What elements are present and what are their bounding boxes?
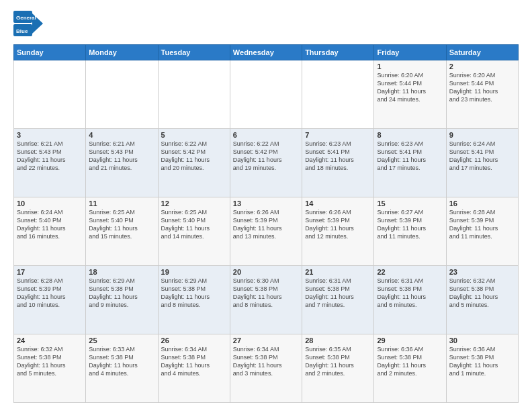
day-info: Sunrise: 6:26 AM Sunset: 5:39 PM Dayligh…	[305, 208, 371, 241]
day-number: 4	[89, 131, 154, 139]
day-info: Sunrise: 6:27 AM Sunset: 5:39 PM Dayligh…	[377, 208, 443, 241]
day-cell	[230, 60, 302, 129]
day-cell: 1Sunrise: 6:20 AM Sunset: 5:44 PM Daylig…	[374, 60, 446, 129]
calendar-table: SundayMondayTuesdayWednesdayThursdayFrid…	[13, 44, 519, 403]
day-info: Sunrise: 6:21 AM Sunset: 5:43 PM Dayligh…	[17, 140, 83, 173]
day-cell: 7Sunrise: 6:23 AM Sunset: 5:41 PM Daylig…	[302, 129, 374, 197]
day-number: 30	[449, 336, 515, 345]
day-number: 10	[17, 199, 83, 208]
day-cell: 11Sunrise: 6:25 AM Sunset: 5:40 PM Dayli…	[86, 197, 158, 266]
day-number: 22	[377, 268, 443, 276]
day-cell: 27Sunrise: 6:34 AM Sunset: 5:38 PM Dayli…	[230, 334, 302, 403]
day-info: Sunrise: 6:30 AM Sunset: 5:38 PM Dayligh…	[233, 277, 299, 310]
day-info: Sunrise: 6:21 AM Sunset: 5:43 PM Dayligh…	[89, 140, 154, 173]
weekday-header-row: SundayMondayTuesdayWednesdayThursdayFrid…	[14, 45, 519, 60]
day-info: Sunrise: 6:25 AM Sunset: 5:40 PM Dayligh…	[161, 208, 227, 241]
day-cell: 17Sunrise: 6:28 AM Sunset: 5:39 PM Dayli…	[14, 266, 86, 334]
day-number: 23	[449, 268, 515, 276]
day-cell: 28Sunrise: 6:35 AM Sunset: 5:38 PM Dayli…	[302, 334, 374, 403]
day-info: Sunrise: 6:20 AM Sunset: 5:44 PM Dayligh…	[377, 71, 443, 104]
day-info: Sunrise: 6:29 AM Sunset: 5:38 PM Dayligh…	[89, 277, 154, 310]
day-info: Sunrise: 6:36 AM Sunset: 5:38 PM Dayligh…	[449, 345, 515, 378]
week-row-5: 24Sunrise: 6:32 AM Sunset: 5:38 PM Dayli…	[14, 334, 519, 403]
day-cell: 6Sunrise: 6:22 AM Sunset: 5:42 PM Daylig…	[230, 129, 302, 197]
calendar-header: SundayMondayTuesdayWednesdayThursdayFrid…	[14, 45, 519, 60]
day-cell: 2Sunrise: 6:20 AM Sunset: 5:44 PM Daylig…	[446, 60, 518, 129]
day-cell	[86, 60, 158, 129]
week-row-2: 3Sunrise: 6:21 AM Sunset: 5:43 PM Daylig…	[14, 129, 519, 197]
day-number: 17	[17, 268, 83, 276]
weekday-friday: Friday	[374, 45, 446, 60]
day-cell: 23Sunrise: 6:32 AM Sunset: 5:38 PM Dayli…	[446, 266, 518, 334]
day-info: Sunrise: 6:33 AM Sunset: 5:38 PM Dayligh…	[89, 345, 154, 378]
day-info: Sunrise: 6:25 AM Sunset: 5:40 PM Dayligh…	[89, 208, 154, 241]
day-number: 8	[377, 131, 443, 139]
day-number: 28	[305, 336, 371, 345]
day-number: 24	[17, 336, 83, 345]
day-info: Sunrise: 6:23 AM Sunset: 5:41 PM Dayligh…	[305, 140, 371, 173]
weekday-saturday: Saturday	[446, 45, 518, 60]
day-number: 13	[233, 199, 299, 208]
day-cell: 24Sunrise: 6:32 AM Sunset: 5:38 PM Dayli…	[14, 334, 86, 403]
day-cell: 30Sunrise: 6:36 AM Sunset: 5:38 PM Dayli…	[446, 334, 518, 403]
day-cell: 8Sunrise: 6:23 AM Sunset: 5:41 PM Daylig…	[374, 129, 446, 197]
day-number: 11	[89, 199, 154, 208]
day-cell: 19Sunrise: 6:29 AM Sunset: 5:38 PM Dayli…	[158, 266, 230, 334]
day-info: Sunrise: 6:31 AM Sunset: 5:38 PM Dayligh…	[305, 277, 371, 310]
week-row-4: 17Sunrise: 6:28 AM Sunset: 5:39 PM Dayli…	[14, 266, 519, 334]
weekday-sunday: Sunday	[14, 45, 86, 60]
day-cell	[302, 60, 374, 129]
day-info: Sunrise: 6:22 AM Sunset: 5:42 PM Dayligh…	[161, 140, 227, 173]
day-info: Sunrise: 6:23 AM Sunset: 5:41 PM Dayligh…	[377, 140, 443, 173]
day-cell: 26Sunrise: 6:34 AM Sunset: 5:38 PM Dayli…	[158, 334, 230, 403]
day-number: 19	[161, 268, 227, 276]
day-info: Sunrise: 6:31 AM Sunset: 5:38 PM Dayligh…	[377, 277, 443, 310]
day-info: Sunrise: 6:24 AM Sunset: 5:40 PM Dayligh…	[17, 208, 83, 241]
day-number: 5	[161, 131, 227, 139]
day-cell: 4Sunrise: 6:21 AM Sunset: 5:43 PM Daylig…	[86, 129, 158, 197]
day-cell: 9Sunrise: 6:24 AM Sunset: 5:41 PM Daylig…	[446, 129, 518, 197]
day-number: 9	[449, 131, 515, 139]
day-number: 12	[161, 199, 227, 208]
day-info: Sunrise: 6:28 AM Sunset: 5:39 PM Dayligh…	[17, 277, 83, 310]
day-cell: 22Sunrise: 6:31 AM Sunset: 5:38 PM Dayli…	[374, 266, 446, 334]
day-number: 21	[305, 268, 371, 276]
day-number: 6	[233, 131, 299, 139]
week-row-3: 10Sunrise: 6:24 AM Sunset: 5:40 PM Dayli…	[14, 197, 519, 266]
day-cell: 29Sunrise: 6:36 AM Sunset: 5:38 PM Dayli…	[374, 334, 446, 403]
day-info: Sunrise: 6:32 AM Sunset: 5:38 PM Dayligh…	[17, 345, 83, 378]
calendar-body: 1Sunrise: 6:20 AM Sunset: 5:44 PM Daylig…	[14, 60, 519, 403]
day-number: 1	[377, 62, 443, 71]
day-number: 25	[89, 336, 154, 345]
day-number: 15	[377, 199, 443, 208]
day-number: 18	[89, 268, 154, 276]
day-info: Sunrise: 6:26 AM Sunset: 5:39 PM Dayligh…	[233, 208, 299, 241]
day-cell: 25Sunrise: 6:33 AM Sunset: 5:38 PM Dayli…	[86, 334, 158, 403]
day-info: Sunrise: 6:36 AM Sunset: 5:38 PM Dayligh…	[377, 345, 443, 378]
day-info: Sunrise: 6:35 AM Sunset: 5:38 PM Dayligh…	[305, 345, 371, 378]
day-info: Sunrise: 6:20 AM Sunset: 5:44 PM Dayligh…	[449, 71, 515, 104]
logo: General Blue	[13, 11, 43, 39]
page: General Blue SundayMondayTuesdayWednesda…	[0, 0, 532, 411]
day-info: Sunrise: 6:28 AM Sunset: 5:39 PM Dayligh…	[449, 208, 515, 241]
day-info: Sunrise: 6:22 AM Sunset: 5:42 PM Dayligh…	[233, 140, 299, 173]
svg-text:Blue: Blue	[16, 28, 28, 34]
day-info: Sunrise: 6:32 AM Sunset: 5:38 PM Dayligh…	[449, 277, 515, 310]
day-number: 14	[305, 199, 371, 208]
day-number: 16	[449, 199, 515, 208]
day-number: 2	[449, 62, 515, 71]
day-info: Sunrise: 6:24 AM Sunset: 5:41 PM Dayligh…	[449, 140, 515, 173]
day-cell: 3Sunrise: 6:21 AM Sunset: 5:43 PM Daylig…	[14, 129, 86, 197]
week-row-1: 1Sunrise: 6:20 AM Sunset: 5:44 PM Daylig…	[14, 60, 519, 129]
weekday-tuesday: Tuesday	[158, 45, 230, 60]
day-info: Sunrise: 6:29 AM Sunset: 5:38 PM Dayligh…	[161, 277, 227, 310]
day-number: 27	[233, 336, 299, 345]
day-number: 20	[233, 268, 299, 276]
weekday-monday: Monday	[86, 45, 158, 60]
day-number: 26	[161, 336, 227, 345]
weekday-thursday: Thursday	[302, 45, 374, 60]
day-cell: 16Sunrise: 6:28 AM Sunset: 5:39 PM Dayli…	[446, 197, 518, 266]
day-info: Sunrise: 6:34 AM Sunset: 5:38 PM Dayligh…	[161, 345, 227, 378]
day-cell: 5Sunrise: 6:22 AM Sunset: 5:42 PM Daylig…	[158, 129, 230, 197]
day-cell	[14, 60, 86, 129]
